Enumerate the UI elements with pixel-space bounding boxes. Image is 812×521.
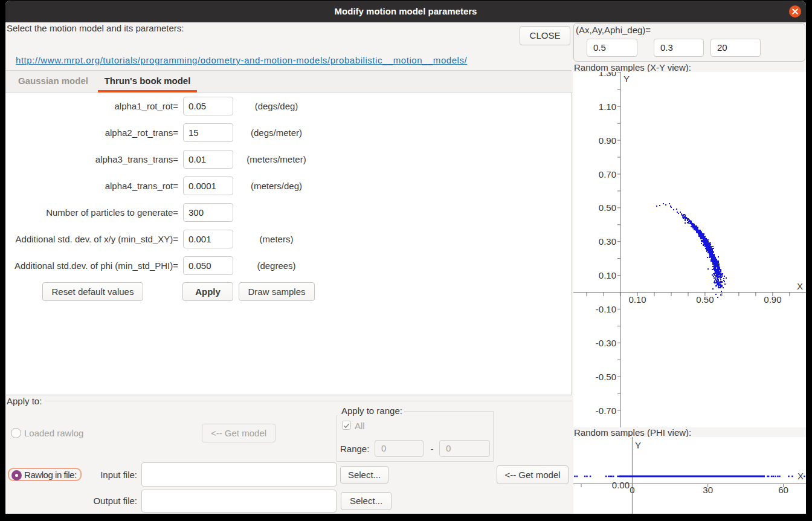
svg-text:0.50: 0.50 xyxy=(696,294,714,305)
svg-text:0.50: 0.50 xyxy=(599,202,616,213)
svg-text:-0.30: -0.30 xyxy=(596,338,616,348)
svg-text:30: 30 xyxy=(703,485,713,495)
svg-text:1.10: 1.10 xyxy=(599,102,616,112)
svg-text:X: X xyxy=(797,281,803,291)
svg-text:-0.10: -0.10 xyxy=(596,304,616,314)
svg-text:0.90: 0.90 xyxy=(599,135,616,146)
svg-text:1.30: 1.30 xyxy=(599,72,616,78)
svg-text:0.00: 0.00 xyxy=(612,480,630,490)
svg-text:-0.50: -0.50 xyxy=(596,372,616,382)
svg-text:0.30: 0.30 xyxy=(599,236,616,247)
svg-text:0.90: 0.90 xyxy=(764,294,781,305)
svg-text:0: 0 xyxy=(630,485,634,495)
svg-text:-0.70: -0.70 xyxy=(596,406,616,416)
svg-text:Y: Y xyxy=(624,74,630,84)
svg-text:0.70: 0.70 xyxy=(599,169,616,180)
svg-text:0.10: 0.10 xyxy=(628,294,646,305)
svg-text:0.10: 0.10 xyxy=(599,270,616,280)
svg-text:60: 60 xyxy=(778,485,788,495)
svg-text:X: X xyxy=(798,471,804,481)
svg-text:Y: Y xyxy=(635,440,641,450)
